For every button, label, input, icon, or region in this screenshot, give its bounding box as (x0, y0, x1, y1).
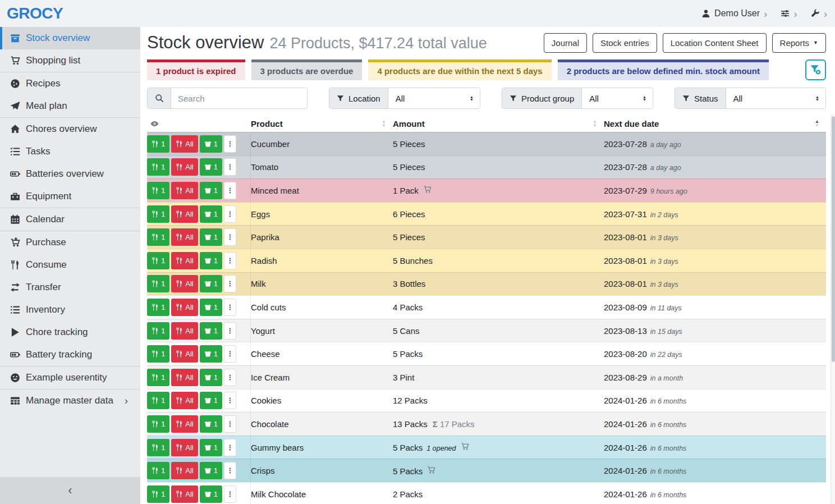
row-menu-button[interactable]: ⋮ (224, 415, 236, 433)
product-name[interactable]: Cheese (251, 349, 393, 359)
consume-one-button[interactable]: 1 (147, 205, 169, 223)
consume-all-button[interactable]: All (171, 322, 198, 340)
consume-all-button[interactable]: All (171, 345, 198, 363)
row-menu-button[interactable]: ⋮ (224, 392, 236, 409)
consume-all-button[interactable]: All (171, 158, 198, 176)
sidebar-item-tasks[interactable]: Tasks (0, 140, 140, 163)
sidebar-item-recipes[interactable]: Recipes (0, 72, 140, 95)
product-name[interactable]: Tomato (251, 162, 393, 172)
consume-one-button[interactable]: 1 (147, 228, 169, 246)
settings-menu[interactable]: › (781, 8, 797, 19)
product-name[interactable]: Milk Chocolate (251, 489, 393, 499)
consume-one-button[interactable]: 1 (147, 135, 169, 153)
consume-all-button[interactable]: All (171, 299, 198, 316)
column-header-next-due-date[interactable]: Next due date ▲▼ (604, 116, 826, 132)
row-menu-button[interactable]: ⋮ (224, 369, 236, 386)
consume-all-button[interactable]: All (171, 369, 198, 386)
open-one-button[interactable]: 1 (200, 182, 222, 199)
journal-button[interactable]: Journal (544, 33, 587, 53)
sidebar-item-meal-plan[interactable]: Meal plan (0, 95, 140, 117)
product-name[interactable]: Chocolate (251, 419, 393, 429)
open-one-button[interactable]: 1 (200, 275, 222, 292)
open-one-button[interactable]: 1 (200, 252, 222, 269)
column-header-product[interactable]: Product ▲▼ (251, 116, 393, 132)
row-menu-button[interactable]: ⋮ (224, 182, 236, 199)
open-one-button[interactable]: 1 (200, 439, 222, 456)
row-menu-button[interactable]: ⋮ (224, 299, 236, 316)
open-one-button[interactable]: 1 (200, 135, 222, 153)
sidebar-item-shopping-list[interactable]: Shopping list (0, 49, 140, 72)
row-menu-button[interactable]: ⋮ (224, 158, 236, 176)
sidebar-item-calendar[interactable]: Calendar (0, 208, 140, 231)
sidebar-item-purchase[interactable]: Purchase (0, 231, 140, 254)
row-menu-button[interactable]: ⋮ (224, 462, 236, 479)
open-one-button[interactable]: 1 (200, 322, 222, 340)
user-menu[interactable]: Demo User › (701, 8, 767, 19)
product-name[interactable]: Cookies (251, 396, 393, 405)
banner-overdue[interactable]: 3 products are overdue (251, 59, 363, 80)
scrollbar-thumb[interactable] (832, 116, 835, 362)
banner-duesoon[interactable]: 4 products are due within the next 5 day… (368, 59, 551, 80)
open-one-button[interactable]: 1 (200, 158, 222, 176)
sidebar-item-battery-tracking[interactable]: Battery tracking (0, 343, 140, 366)
consume-all-button[interactable]: All (171, 135, 198, 153)
product-name[interactable]: Paprika (251, 232, 393, 242)
consume-all-button[interactable]: All (171, 392, 198, 409)
sidebar-collapse-button[interactable]: ‹ (0, 477, 140, 504)
consume-one-button[interactable]: 1 (147, 415, 169, 433)
sidebar-item-stock-overview[interactable]: Stock overview (0, 27, 140, 49)
reports-button[interactable]: Reports▼ (772, 33, 826, 53)
consume-all-button[interactable]: All (171, 462, 198, 479)
row-menu-button[interactable]: ⋮ (224, 439, 236, 456)
open-one-button[interactable]: 1 (200, 392, 222, 409)
sidebar-item-batteries-overview[interactable]: Batteries overview (0, 163, 140, 185)
row-menu-button[interactable]: ⋮ (224, 322, 236, 340)
consume-one-button[interactable]: 1 (147, 369, 169, 386)
consume-all-button[interactable]: All (171, 439, 198, 456)
row-menu-button[interactable]: ⋮ (224, 252, 236, 269)
location-select[interactable]: All▲▼ (388, 88, 480, 108)
consume-one-button[interactable]: 1 (147, 439, 169, 456)
row-menu-button[interactable]: ⋮ (224, 205, 236, 223)
row-menu-button[interactable]: ⋮ (224, 275, 236, 292)
consume-all-button[interactable]: All (171, 205, 198, 223)
product-name[interactable]: Yogurt (251, 326, 393, 336)
consume-one-button[interactable]: 1 (147, 182, 169, 199)
consume-one-button[interactable]: 1 (147, 392, 169, 409)
consume-one-button[interactable]: 1 (147, 299, 169, 316)
clear-filters-button[interactable] (805, 59, 826, 80)
consume-one-button[interactable]: 1 (147, 345, 169, 363)
sidebar-item-chores-overview[interactable]: Chores overview (0, 118, 140, 140)
sidebar-item-manage-master-data[interactable]: Manage master data› (0, 390, 140, 412)
product-name[interactable]: Minced meat (251, 186, 393, 195)
admin-menu[interactable]: › (811, 8, 827, 19)
sidebar-item-chore-tracking[interactable]: Chore tracking (0, 321, 140, 343)
product-name[interactable]: Cold cuts (251, 303, 393, 312)
product-name[interactable]: Crisps (251, 466, 393, 475)
banner-expired[interactable]: 1 product is expired (147, 59, 245, 80)
open-one-button[interactable]: 1 (200, 345, 222, 363)
row-menu-button[interactable]: ⋮ (224, 345, 236, 363)
product-name[interactable]: Radish (251, 256, 393, 265)
app-logo[interactable]: GROCY (7, 4, 63, 22)
stock-entries-button[interactable]: Stock entries (593, 33, 657, 53)
sidebar-item-example-userentity[interactable]: Example userentity (0, 366, 140, 389)
consume-all-button[interactable]: All (171, 415, 198, 433)
consume-one-button[interactable]: 1 (147, 485, 169, 503)
row-menu-button[interactable]: ⋮ (224, 135, 236, 153)
column-header-amount[interactable]: Amount ▲▼ (393, 116, 604, 132)
consume-all-button[interactable]: All (171, 275, 198, 292)
search-input[interactable] (171, 88, 307, 108)
location-content-sheet-button[interactable]: Location Content Sheet (663, 33, 767, 53)
sidebar-item-transfer[interactable]: Transfer (0, 276, 140, 299)
consume-all-button[interactable]: All (171, 228, 198, 246)
open-one-button[interactable]: 1 (200, 299, 222, 316)
open-one-button[interactable]: 1 (200, 485, 222, 503)
sidebar-item-inventory[interactable]: Inventory (0, 299, 140, 321)
consume-one-button[interactable]: 1 (147, 252, 169, 269)
banner-belowmin[interactable]: 2 products are below defined min. stock … (558, 59, 769, 80)
product-name[interactable]: Milk (251, 279, 393, 288)
consume-one-button[interactable]: 1 (147, 322, 169, 340)
row-menu-button[interactable]: ⋮ (224, 228, 236, 246)
product-name[interactable]: Cucumber (251, 139, 393, 149)
